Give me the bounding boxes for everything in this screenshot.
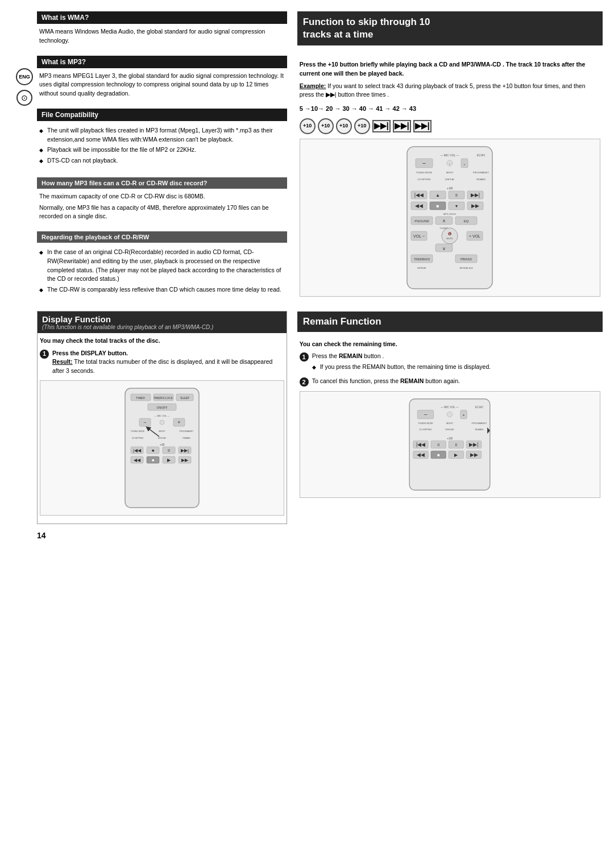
svg-text:MOIST: MOIST [446, 422, 454, 425]
mp3-files-body: The maximum capacity of one CD-R or CD-R… [37, 189, 287, 225]
skip-example-text: If you want to select track 43 during pl… [300, 82, 586, 98]
mp3-files-title: How many MP3 files can a CD-R or CD-RW d… [42, 180, 207, 186]
svg-text:ON/OFF: ON/OFF [156, 406, 167, 409]
what-is-mp3-text: MP3 means MPEG1 Layer 3, the global stan… [39, 72, 284, 97]
display-function-section: Display Function (This function is not a… [37, 311, 287, 524]
skip-function-body: Press the +10 button briefly while playi… [297, 57, 603, 305]
what-is-wma-header: What is WMA? [37, 11, 287, 24]
cd-r-rw-text-1: In the case of an original CD-R(Recordab… [47, 248, 285, 284]
eng-label: ENG [19, 74, 30, 80]
remain-step-1: 1 Press the REMAIN button . ◆ If you pre… [300, 352, 600, 373]
svg-text:◀◀: ◀◀ [417, 452, 425, 458]
remain-step-1-bullet-text: If you press the REMAIN button, the rema… [320, 363, 491, 372]
svg-text:+: + [464, 163, 466, 166]
svg-text:TIMER: TIMER [136, 396, 145, 400]
display-step-1-label: Press the DISPLAY button. [52, 350, 128, 356]
remain-remote-image: — MIC VOL — ECHO − + TUNING MODE MOIST P… [300, 391, 600, 498]
svg-text:CD RIPPING: CD RIPPING [418, 178, 431, 181]
display-total-tracks-label: You may check the total tracks of the di… [40, 337, 284, 346]
svg-text:ECHO: ECHO [477, 153, 486, 157]
cd-rw-diamond-1: ◆ [39, 249, 45, 257]
svg-text:▶▶|: ▶▶| [181, 448, 189, 453]
svg-text:■: ■ [437, 452, 440, 458]
svg-text:DISPLAY: DISPLAY [158, 437, 167, 439]
cd-r-rw-bullet-2: ◆ The CD-RW is comparably less reflexive… [39, 285, 285, 294]
svg-text:MUTE: MUTE [447, 237, 454, 240]
cd-r-rw-section: Regarding the playback of CD-R/RW ◆ In t… [37, 231, 287, 300]
svg-text:REMAIN: REMAIN [475, 429, 484, 431]
remain-step-1-text2: button . [362, 352, 384, 359]
svg-text:TUNING MODE: TUNING MODE [416, 171, 433, 174]
remain-step-2: 2 To cancel this function, press the REM… [300, 377, 600, 387]
svg-text:REPEAT: REPEAT [417, 267, 426, 269]
mp3-files-text-2: Normally, one MP3 file has a capacity of… [39, 203, 285, 222]
svg-text:+10: +10 [447, 436, 453, 439]
skip-function-title: Function to skip through 10 tracks at a … [297, 11, 603, 45]
svg-text:▶▶: ▶▶ [471, 203, 479, 209]
remain-function-title: Remain Function [297, 312, 603, 332]
cd-r-rw-text-2: The CD-RW is comparably less reflexive t… [47, 285, 281, 294]
skip-example: Example: If you want to select track 43 … [300, 82, 600, 100]
mp3-files-text-1: The maximum capacity of one CD-R or CD-R… [39, 192, 285, 201]
svg-text:+10: +10 [447, 186, 453, 190]
svg-text:■: ■ [152, 448, 154, 452]
svg-text:🔇: 🔇 [448, 232, 452, 236]
svg-text:+ VOL: + VOL [469, 234, 480, 238]
svg-text:▶▶|: ▶▶| [471, 192, 480, 198]
svg-text:|◀◀: |◀◀ [133, 448, 142, 453]
svg-text:▲: ▲ [435, 193, 440, 198]
svg-text:▶▶: ▶▶ [181, 458, 189, 463]
display-function-header: Display Function (This function is not a… [38, 312, 287, 333]
svg-text:▼: ▼ [455, 204, 459, 208]
remain-step-1-bullet: ◆ If you press the REMAIN button, the re… [312, 363, 491, 372]
skip-remote-image: — MIC VOL — ECHO − ○ + TUNING MODE MOIST [300, 139, 600, 297]
remain-step-1-bold: REMAIN [339, 352, 362, 359]
btn-next-1: ▶▶| [372, 120, 391, 132]
svg-text:−: − [143, 420, 146, 425]
svg-text:VOL −: VOL − [413, 234, 425, 238]
cd-symbol: ⊙ [21, 93, 28, 102]
svg-text:▶: ▶ [167, 458, 171, 463]
remain-step-2-text2: button again. [424, 377, 460, 384]
display-step-1-result-prefix: Result: [52, 358, 73, 365]
what-is-wma-title: What is WMA? [42, 14, 89, 22]
svg-text:■: ■ [437, 203, 439, 209]
svg-text:∨: ∨ [442, 246, 446, 251]
display-remote-svg: TIMER TIMER/CLOCK SLEEP ON/OFF — MIC VOL… [114, 385, 210, 510]
svg-text:○: ○ [449, 162, 451, 165]
svg-text:+: + [463, 413, 465, 417]
svg-text:▶▶: ▶▶ [470, 452, 478, 458]
svg-text:DISPLAY: DISPLAY [446, 429, 455, 431]
svg-text:PBASS: PBASS [460, 258, 472, 261]
remain-time-label: You can check the remaining time. [300, 340, 600, 349]
sidebar-icons: ENG ⊙ [16, 68, 33, 106]
svg-point-12 [160, 420, 164, 425]
btn-plus10-1: +10 [300, 118, 316, 134]
cd-r-rw-body: ◆ In the case of an original CD-R(Record… [37, 243, 287, 300]
svg-text:−: − [424, 412, 428, 418]
eng-badge: ENG [16, 68, 33, 85]
svg-text:TUNING MODE: TUNING MODE [130, 430, 145, 433]
track-sequence-text: 5 →10→ 20 → 30 → 40 → 41 → 42 → 43 [300, 104, 416, 114]
bullet-diamond-icon-2: ◆ [39, 147, 45, 155]
svg-point-81 [442, 228, 458, 244]
remain-step-2-bold: REMAIN [400, 377, 424, 384]
svg-text:PROGRAMSET: PROGRAMSET [472, 422, 487, 425]
skip-remote-svg: — MIC VOL — ECHO − ○ + TUNING MODE MOIST [399, 144, 501, 292]
file-compat-text-1: The unit will playback files created in … [47, 126, 285, 144]
remain-step-1-content: Press the REMAIN button . ◆ If you press… [312, 352, 491, 373]
svg-text:PROGRAMSET: PROGRAMSET [473, 171, 489, 174]
svg-text:EQ: EQ [464, 219, 469, 223]
svg-text:+10: +10 [160, 443, 165, 446]
svg-text:SLEEP: SLEEP [180, 396, 190, 400]
what-is-mp3-header: What is MP3? [37, 56, 287, 68]
left-column: What is WMA? WMA means Windows Media Aud… [37, 11, 287, 540]
svg-text:TREB/BASS: TREB/BASS [414, 258, 430, 261]
remain-step-1-text1: Press the [312, 352, 339, 359]
svg-text:II: II [455, 193, 458, 197]
remain-step-2-text1: To cancel this function, press the [312, 377, 400, 384]
display-function-subtitle: (This function is not available during p… [42, 324, 282, 330]
svg-text:REMAIN: REMAIN [477, 178, 486, 181]
display-step-1: 1 Press the DISPLAY button. Result: The … [40, 349, 284, 376]
btn-next-2: ▶▶| [393, 120, 411, 132]
